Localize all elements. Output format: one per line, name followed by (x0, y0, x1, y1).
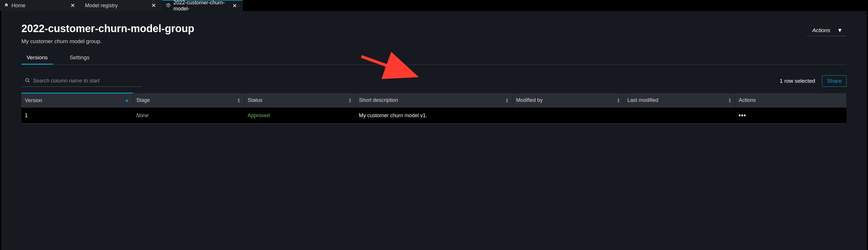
search-wrap (21, 76, 142, 87)
page-description: My customer churn model group. (21, 38, 194, 45)
sort-icon: ▲▼ (617, 98, 620, 103)
cell-actions: ••• (735, 108, 846, 123)
col-short-description[interactable]: Short description ▲▼ (355, 93, 513, 108)
tab-model-registry-label: Model registry (85, 3, 118, 9)
cell-last-modified (624, 108, 735, 123)
tab-model-group-label: 2022-customer-churn-model- (174, 0, 229, 12)
col-version-label: Version (25, 98, 42, 103)
svg-line-1 (28, 81, 30, 82)
page-title: 2022-customer-churn-model-group (21, 23, 194, 35)
search-input[interactable] (33, 78, 138, 84)
col-version[interactable]: Version ▼ (21, 93, 133, 108)
col-stage-label: Stage (136, 97, 150, 103)
col-stage[interactable]: Stage ▲▼ (133, 93, 244, 108)
close-icon[interactable]: ✕ (232, 3, 237, 9)
col-actions-label: Actions (739, 97, 756, 103)
col-actions: Actions (735, 93, 846, 108)
rows-selected-text: 1 row selected (780, 78, 815, 84)
cell-status: Approved (244, 108, 355, 123)
sort-down-icon: ▼ (125, 99, 129, 102)
col-status-label: Status (248, 97, 262, 103)
tab-versions[interactable]: Versions (21, 52, 53, 64)
cell-stage: None (133, 108, 244, 123)
tab-home[interactable]: Home ✕ (0, 0, 81, 11)
cell-short-description: My customer churn model v1. (355, 108, 513, 123)
actions-dropdown[interactable]: Actions ▼ (807, 25, 847, 36)
home-icon (4, 3, 9, 9)
main-content: 2022-customer-churn-model-group My custo… (1, 11, 867, 250)
search-icon (25, 78, 30, 84)
col-last-modified[interactable]: Last modified ▲▼ (624, 93, 735, 108)
tab-home-label: Home (11, 3, 26, 9)
cube-icon (166, 3, 170, 9)
col-short-description-label: Short description (359, 97, 398, 103)
col-status[interactable]: Status ▲▼ (244, 93, 355, 108)
tab-model-group[interactable]: 2022-customer-churn-model- ✕ (162, 0, 243, 11)
chevron-down-icon: ▼ (837, 27, 842, 33)
tabs-bar: Home ✕ Model registry ✕ 2022-customer-ch… (0, 0, 868, 11)
col-last-modified-label: Last modified (627, 97, 658, 103)
subtabs: Versions Settings (21, 52, 847, 65)
sort-icon: ▲▼ (728, 98, 732, 103)
table-row[interactable]: 1 None Approved My customer churn model … (21, 108, 847, 123)
sort-icon: ▲▼ (505, 98, 509, 103)
cell-version: 1 (21, 108, 133, 123)
svg-point-0 (26, 78, 29, 82)
share-button[interactable]: Share (822, 75, 847, 87)
tab-model-registry[interactable]: Model registry ✕ (81, 0, 162, 11)
actions-dropdown-label: Actions (812, 27, 830, 33)
tab-settings[interactable]: Settings (64, 52, 95, 64)
close-icon[interactable]: ✕ (152, 2, 156, 9)
sort-icon: ▲▼ (348, 98, 352, 103)
cell-modified-by (513, 108, 624, 123)
close-icon[interactable]: ✕ (70, 2, 75, 9)
row-actions-menu[interactable]: ••• (739, 112, 746, 119)
sort-icon: ▲▼ (237, 98, 241, 103)
col-modified-by[interactable]: Modified by ▲▼ (513, 93, 624, 108)
versions-table: Version ▼ Stage ▲▼ Status ▲▼ Short descr… (21, 92, 847, 124)
col-modified-by-label: Modified by (516, 97, 543, 103)
